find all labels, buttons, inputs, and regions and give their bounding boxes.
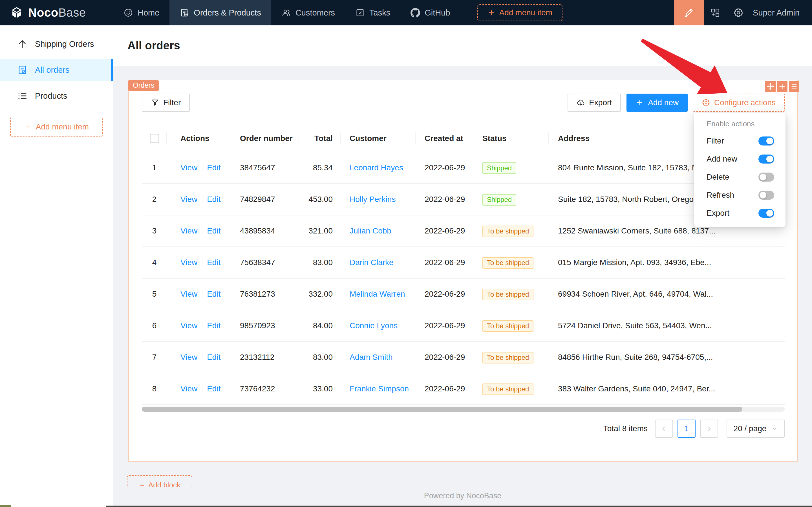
plugin-manager-button[interactable] [704,0,727,25]
plus-icon [139,482,146,487]
customer-link[interactable]: Melinda Warren [350,290,405,298]
page-number-button[interactable]: 1 [678,419,696,438]
add-block-button[interactable]: Add block [127,475,192,487]
next-page-button[interactable] [700,419,718,438]
order-number-cell: 76381273 [230,290,299,299]
status-badge: To be shipped [482,320,533,332]
nav-item-github[interactable]: GitHub [400,0,460,25]
toggle-switch[interactable] [758,136,774,146]
filter-button[interactable]: Filter [142,94,190,112]
navbar-add-menu-item-button[interactable]: Add menu item [477,4,563,21]
column-header-status[interactable]: Status [473,125,549,152]
row-actions: ViewEdit [167,290,230,299]
row-actions: ViewEdit [167,384,230,393]
column-header-created-at[interactable]: Created at [416,125,473,152]
nav-item-tasks[interactable]: Tasks [345,0,400,25]
add-menu-item-label: Add menu item [499,8,552,17]
view-link[interactable]: View [180,226,197,235]
view-link[interactable]: View [180,195,197,204]
column-header-order-number[interactable]: Order number [230,125,299,152]
nav-item-label: Home [137,8,159,17]
block-menu-icon[interactable] [789,81,799,92]
edit-link[interactable]: Edit [207,321,221,330]
sidebar-item-shipping-orders[interactable]: Shipping Orders [0,33,113,55]
view-link[interactable]: View [180,290,197,299]
edit-link[interactable]: Edit [207,258,221,267]
status-cell: To be shipped [473,290,549,299]
table-row: 1ViewEdit3847564785.34Leonard Hayes2022-… [142,152,785,184]
export-button[interactable]: Export [568,94,621,112]
edit-link[interactable]: Edit [207,226,221,235]
user-menu[interactable]: Super Admin [753,8,800,17]
edit-link[interactable]: Edit [207,195,221,204]
customer-link[interactable]: Leonard Hayes [350,163,403,172]
enable-action-label: Export [706,209,730,218]
toggle-knob [766,156,773,162]
total-cell: 85.34 [299,163,341,172]
view-link[interactable]: View [180,384,197,393]
settings-button[interactable] [727,0,750,25]
toggle-switch[interactable] [758,190,774,200]
created-at-cell: 2022-06-29 [416,353,473,362]
enable-actions-title: Enable actions [694,116,786,132]
sidebar: Shipping Orders All orders Products [0,25,113,507]
enable-action-item[interactable]: Add new [694,150,786,168]
view-link[interactable]: View [180,258,197,267]
order-number-cell: 38475647 [230,163,299,172]
customer-link[interactable]: Holly Perkins [350,195,396,204]
column-header-actions[interactable]: Actions [167,125,230,152]
enable-action-item[interactable]: Refresh [694,186,786,204]
address-cell: 84856 Hirthe Run, Suite 268, 94754-6705,… [549,353,785,362]
view-link[interactable]: View [180,353,197,362]
toggle-switch[interactable] [758,155,774,164]
ui-editor-button[interactable] [674,0,704,25]
pagination: Total 8 items 1 20 / page [142,419,785,438]
row-actions: ViewEdit [167,163,230,172]
address-cell: 383 Walter Gardens, Suite 040, 24947, Be… [549,384,785,393]
enable-action-item[interactable]: Export [694,204,786,222]
drag-handle-icon[interactable] [765,81,776,92]
table-row: 7ViewEdit2313211283.00Adam Smith2022-06-… [142,342,785,373]
edit-link[interactable]: Edit [207,163,221,172]
toggle-switch[interactable] [758,173,774,182]
page-size-select[interactable]: 20 / page [727,419,785,438]
column-header-total[interactable]: Total [299,125,341,152]
customer-link[interactable]: Adam Smith [350,353,393,361]
action-divider [202,227,202,235]
status-badge: To be shipped [482,352,533,363]
column-header-customer[interactable]: Customer [341,125,416,152]
sidebar-item-label: All orders [35,65,70,75]
customer-cell: Leonard Hayes [341,163,416,172]
enable-action-item[interactable]: Delete [694,168,786,186]
enable-action-item[interactable]: Filter [694,132,786,150]
select-all-checkbox[interactable] [150,134,159,143]
view-link[interactable]: View [180,163,197,172]
edit-link[interactable]: Edit [207,384,221,393]
prev-page-button[interactable] [655,419,673,438]
status-cell: To be shipped [473,384,549,393]
toggle-switch[interactable] [758,209,774,218]
sidebar-add-menu-item-button[interactable]: Add menu item [10,117,103,137]
nav-item-customers[interactable]: Customers [271,0,345,25]
customer-link[interactable]: Frankie Simpson [350,384,409,393]
customer-link[interactable]: Julian Cobb [350,226,391,235]
chevron-right-icon [705,425,713,432]
nav-item-home[interactable]: Home [113,0,169,25]
configure-actions-button[interactable]: Configure actions [693,94,785,112]
total-cell: 332.00 [299,290,341,299]
sidebar-item-all-orders[interactable]: All orders [0,59,113,81]
nav-item-orders-products[interactable]: Orders & Products [169,0,271,25]
logo[interactable]: NocoBase [0,6,113,19]
sidebar-item-products[interactable]: Products [0,84,113,107]
add-new-button[interactable]: Add new [627,94,688,112]
table-row: 6ViewEdit9857092384.00Connie Lyons2022-0… [142,310,785,342]
customer-link[interactable]: Connie Lyons [350,321,398,330]
add-block-plus-icon[interactable] [777,81,788,92]
customer-link[interactable]: Darin Clarke [350,258,394,267]
scrollbar-thumb[interactable] [142,407,742,412]
edit-link[interactable]: Edit [207,353,221,362]
address-cell: 69934 Schoen River, Apt. 646, 49704, Wal… [549,290,785,299]
row-index: 6 [142,321,167,330]
view-link[interactable]: View [180,321,197,330]
edit-link[interactable]: Edit [207,290,221,299]
